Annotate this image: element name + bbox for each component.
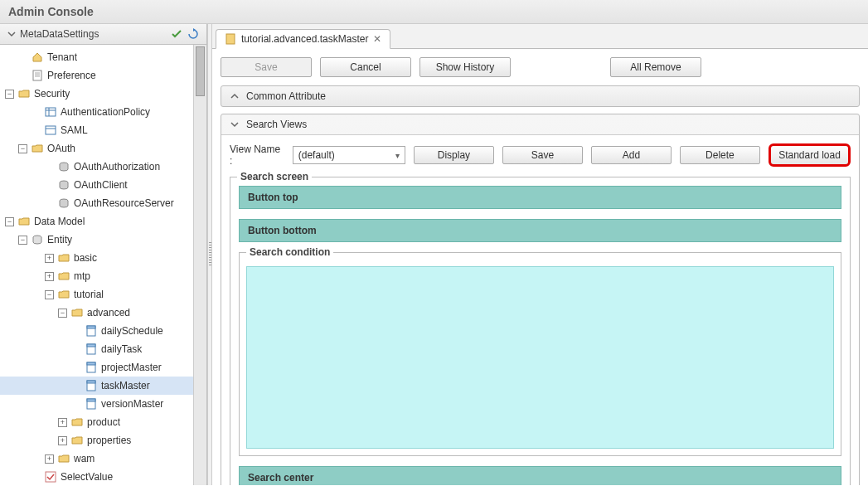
svg-rect-22 (87, 399, 95, 401)
tree-label: Entity (47, 234, 72, 245)
tree-item-tenant[interactable]: Tenant (0, 48, 206, 66)
tree-item-oauth[interactable]: − OAuth (0, 139, 206, 158)
folder-open-icon (70, 306, 84, 319)
fieldset-legend: Search screen (237, 171, 312, 182)
tree-toggle-minus[interactable]: − (5, 90, 14, 99)
tree-toggle (32, 126, 41, 135)
svg-rect-24 (226, 34, 235, 44)
db-icon (57, 178, 70, 192)
tree-toggle-plus[interactable]: + (45, 254, 54, 263)
table-icon (44, 124, 57, 137)
tree-label: Tenant (47, 51, 77, 63)
tree-item-wam[interactable]: + wam (0, 450, 206, 468)
splitter[interactable] (207, 24, 212, 485)
refresh-icon[interactable] (187, 27, 200, 41)
search-center-bar[interactable]: Search center (239, 466, 841, 485)
button-bottom-bar[interactable]: Button bottom (239, 219, 841, 242)
home-icon (31, 51, 44, 64)
folder-icon (70, 434, 84, 447)
tab-taskmaster[interactable]: tutorial.advanced.taskMaster ✕ (216, 29, 390, 49)
page-icon (31, 69, 44, 82)
tree-item-saml[interactable]: SAML (0, 121, 206, 139)
file-icon (85, 324, 98, 338)
tree-scrollbar[interactable] (193, 45, 206, 485)
sidebar-tree[interactable]: Tenant Preference − Security Authenticat… (0, 45, 206, 485)
tree-item-dailytask[interactable]: dailyTask (0, 340, 206, 358)
tree-toggle-plus[interactable]: + (45, 272, 54, 281)
chevron-down-icon (7, 29, 17, 39)
sidebar: MetaDataSettings Tenant Preference − Sec… (0, 24, 207, 485)
tree-item-datamodel[interactable]: − Data Model (0, 212, 206, 231)
tree-toggle-minus[interactable]: − (5, 217, 14, 226)
tree-label: OAuthResourceServer (74, 197, 174, 209)
tree-item-advanced[interactable]: − advanced (0, 304, 206, 322)
chevron-up-icon (230, 91, 240, 101)
tree-item-oauthauth[interactable]: OAuthAuthorization (0, 158, 206, 176)
file-icon (85, 343, 98, 356)
tree-item-authpolicy[interactable]: AuthenticationPolicy (0, 103, 206, 121)
tree-item-security[interactable]: − Security (0, 85, 206, 103)
tree-label: properties (87, 435, 131, 446)
tree-item-product[interactable]: + product (0, 413, 206, 431)
display-button[interactable]: Display (414, 146, 494, 164)
close-icon[interactable]: ✕ (373, 33, 381, 45)
spacer (519, 57, 602, 77)
db-icon (57, 197, 70, 210)
save-button[interactable]: Save (221, 57, 312, 77)
caret-down-icon: ▾ (395, 151, 400, 160)
editor-panel: tutorial.advanced.taskMaster ✕ Save Canc… (212, 24, 868, 485)
toolbar: Save Cancel Show History All Remove (221, 57, 860, 77)
tree-toggle (32, 108, 41, 117)
tree-label: dailySchedule (101, 325, 163, 337)
svg-rect-4 (46, 108, 56, 116)
viewname-select[interactable]: (default) ▾ (293, 146, 405, 164)
tree-item-properties[interactable]: + properties (0, 431, 206, 450)
tree-item-oauthresource[interactable]: OAuthResourceServer (0, 194, 206, 212)
tree-item-oauthclient[interactable]: OAuthClient (0, 176, 206, 194)
tree-label: mtp (74, 270, 90, 282)
tree-toggle (45, 181, 54, 190)
cancel-button[interactable]: Cancel (320, 57, 411, 77)
tree-item-preference[interactable]: Preference (0, 66, 206, 85)
tree-toggle-plus[interactable]: + (58, 418, 67, 427)
tree-label: Preference (47, 70, 96, 81)
tab-label: tutorial.advanced.taskMaster (241, 33, 368, 45)
tree-item-taskmaster[interactable]: taskMaster (0, 377, 206, 395)
tree-toggle-plus[interactable]: + (58, 436, 67, 445)
tree-toggle-plus[interactable]: + (45, 454, 54, 464)
tree-item-tutorial[interactable]: − tutorial (0, 285, 206, 304)
file-icon (85, 379, 98, 392)
search-condition-dropzone[interactable] (246, 266, 834, 449)
save-view-button[interactable]: Save (502, 146, 583, 164)
tree-label: Data Model (34, 216, 85, 227)
tree-label: versionMaster (101, 398, 163, 410)
delete-button[interactable]: Delete (680, 146, 760, 164)
tree-item-basic[interactable]: + basic (0, 249, 206, 267)
tree-item-entity[interactable]: − Entity (0, 231, 206, 249)
button-top-bar[interactable]: Button top (239, 186, 841, 209)
tree-item-selectvalue[interactable]: SelectValue (0, 468, 206, 485)
tree-toggle-minus[interactable]: − (45, 290, 54, 299)
section-header-common[interactable]: Common Attribute (221, 86, 859, 106)
add-button[interactable]: Add (591, 146, 672, 164)
tree-toggle-minus[interactable]: − (18, 236, 27, 245)
table-icon (44, 105, 57, 119)
tree-label: dailyTask (101, 343, 142, 355)
tree-item-projectmaster[interactable]: projectMaster (0, 358, 206, 377)
tree-item-versionmaster[interactable]: versionMaster (0, 395, 206, 413)
show-history-button[interactable]: Show History (419, 57, 511, 77)
sidebar-header[interactable]: MetaDataSettings (0, 24, 206, 45)
standard-load-button[interactable]: Standard load (769, 143, 851, 167)
tree-label: OAuthClient (74, 179, 128, 191)
tree-toggle-minus[interactable]: − (58, 309, 67, 318)
check-icon[interactable] (170, 27, 183, 41)
main-split: MetaDataSettings Tenant Preference − Sec… (0, 24, 868, 485)
scrollbar-thumb[interactable] (196, 46, 205, 96)
section-header-searchviews[interactable]: Search Views (221, 114, 859, 134)
tree-label: SAML (61, 124, 88, 136)
tree-item-dailyschedule[interactable]: dailySchedule (0, 322, 206, 340)
section-body-searchviews: View Name : (default) ▾ Display Save Add… (221, 134, 859, 485)
tree-toggle-minus[interactable]: − (18, 144, 27, 153)
tree-item-mtp[interactable]: + mtp (0, 267, 206, 285)
all-remove-button[interactable]: All Remove (610, 57, 701, 77)
